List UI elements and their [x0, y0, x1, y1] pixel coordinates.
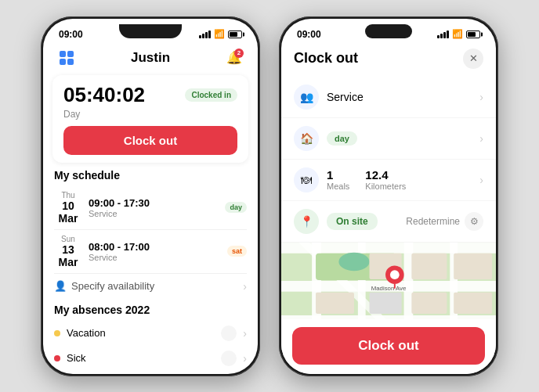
timer-display: 05:40:02 [63, 83, 145, 107]
wifi-icon: 📶 [214, 29, 225, 39]
svg-rect-12 [411, 253, 447, 279]
timer-section: 05:40:02 Clocked in Day Clock out [52, 75, 248, 163]
onsite-left: 📍 On site [294, 209, 378, 234]
km-label: Kilometers [365, 182, 406, 191]
status-icons-1: 📶 [199, 29, 242, 39]
map-svg: Madison Ave STREET ST AVE The Mount Sina… [281, 243, 496, 319]
modal-row-service[interactable]: 👥 Service › [281, 77, 496, 118]
home-type-icon: 🏠 [294, 126, 319, 151]
app-header: Justin 🔔 2 [43, 44, 258, 75]
battery-icon-2 [466, 31, 480, 38]
day-name-2: Sun [54, 235, 82, 243]
svg-rect-13 [316, 292, 354, 313]
clock-out-button-2[interactable]: Clock out [292, 327, 485, 365]
sick-dot [54, 355, 60, 361]
absences-title: My absences 2022 [54, 304, 247, 316]
schedule-time-1: 09:00 - 17:30 [89, 197, 225, 209]
notification-bell[interactable]: 🔔 2 [223, 47, 245, 69]
meals-km-left: 🍽 1 Meals 12.4 Kilometers [294, 167, 406, 192]
service-label: Service [327, 91, 364, 103]
svg-text:Madison Ave: Madison Ave [371, 284, 407, 291]
svg-point-20 [390, 270, 400, 279]
absence-vacation-right: › [221, 325, 247, 341]
schedule-type-1: Service [89, 209, 225, 218]
dynamic-island [365, 24, 412, 38]
km-value: 12.4 [365, 168, 406, 182]
schedule-section: My schedule Thu 10 Mar 09:00 - 17:30 Ser… [43, 169, 258, 304]
svg-rect-14 [370, 292, 402, 313]
schedule-date-2: Sun 13 Mar [54, 235, 82, 268]
person-icon: 👤 [54, 280, 67, 292]
absence-sick-right: › [221, 351, 247, 366]
scene: 09:00 📶 Justin [0, 0, 539, 392]
wifi-icon-2: 📶 [452, 29, 463, 39]
map-container: Madison Ave STREET ST AVE The Mount Sina… [281, 243, 496, 319]
schedule-type-2: Service [89, 253, 227, 262]
battery-icon [228, 31, 242, 38]
meals-label: Meals [327, 182, 349, 191]
availability-row[interactable]: 👤 Specify availability › [54, 274, 247, 299]
day-num-2: 13 Mar [54, 243, 82, 268]
status-time-1: 09:00 [59, 29, 83, 40]
schedule-time-2: 08:00 - 17:00 [89, 241, 227, 253]
svg-rect-16 [454, 253, 492, 279]
vacation-label: Vacation [67, 327, 221, 339]
close-icon: ✕ [469, 52, 478, 64]
service-left: 👥 Service [294, 85, 364, 110]
availability-chevron: › [243, 280, 247, 293]
onsite-right: Redetermine ⚙ [406, 212, 483, 231]
schedule-date-1: Thu 10 Mar [54, 191, 82, 225]
vacation-chevron: › [243, 327, 247, 340]
timer-label: Day [63, 109, 237, 120]
meals-value: 1 [327, 168, 349, 182]
day-pill: day [327, 131, 357, 146]
schedule-info-2: 08:00 - 17:00 Service [89, 241, 227, 262]
modal-content: Clock out ✕ 👥 Service › 🏠 [281, 44, 496, 374]
schedule-title: My schedule [54, 169, 247, 182]
notification-badge: 2 [234, 49, 244, 58]
vacation-dot [54, 330, 60, 336]
phone-1: 09:00 📶 Justin [41, 16, 260, 376]
km-item: 12.4 Kilometers [365, 168, 406, 191]
day-num-1: 10 Mar [54, 200, 82, 225]
availability-label: Specify availability [71, 280, 154, 292]
grid-menu-icon[interactable] [56, 47, 78, 69]
onsite-badge: On site [327, 213, 378, 230]
redetermine-label[interactable]: Redetermine [406, 216, 460, 227]
modal-row-meals-km[interactable]: 🍽 1 Meals 12.4 Kilometers › [281, 160, 496, 201]
svg-point-10 [338, 252, 369, 270]
signal-icon-2 [437, 31, 449, 38]
status-icons-2: 📶 [437, 29, 480, 39]
schedule-tag-2: sat [227, 246, 247, 257]
modal-row-day[interactable]: 🏠 day › [281, 118, 496, 160]
vacation-count [221, 325, 237, 341]
close-button[interactable]: ✕ [463, 49, 483, 69]
schedule-info-1: 09:00 - 17:30 Service [89, 197, 225, 218]
schedule-item-2: Sun 13 Mar 08:00 - 17:00 Service sat [54, 230, 247, 274]
clock-out-button-1[interactable]: Clock out [63, 126, 237, 155]
meals-icon: 🍽 [294, 167, 319, 192]
svg-rect-17 [454, 292, 492, 313]
day-left: 🏠 day [294, 126, 357, 151]
schedule-tag-1: day [225, 202, 247, 213]
day-name-1: Thu [54, 191, 82, 200]
absence-sick[interactable]: Sick › [54, 346, 247, 371]
modal-row-onsite: 📍 On site Redetermine ⚙ [281, 201, 496, 243]
signal-icon [199, 31, 211, 38]
sick-chevron: › [243, 352, 247, 365]
gear-icon[interactable]: ⚙ [465, 212, 483, 231]
absences-section: My absences 2022 Vacation › Sick › [43, 304, 258, 374]
schedule-item-1: Thu 10 Mar 09:00 - 17:30 Service day [54, 186, 247, 230]
meals-item: 1 Meals [327, 168, 349, 191]
svg-rect-15 [411, 292, 447, 313]
absence-vacation[interactable]: Vacation › [54, 321, 247, 346]
modal-header: Clock out ✕ [281, 44, 496, 77]
modal-btn-row: Clock out [281, 319, 496, 374]
sick-label: Sick [67, 352, 221, 364]
day-chevron: › [479, 132, 483, 145]
clocked-in-badge: Clocked in [185, 88, 237, 102]
service-icon: 👥 [294, 85, 319, 110]
meals-chevron: › [479, 174, 483, 186]
meals-km-values: 1 Meals 12.4 Kilometers [327, 168, 406, 191]
header-title: Justin [131, 50, 170, 66]
